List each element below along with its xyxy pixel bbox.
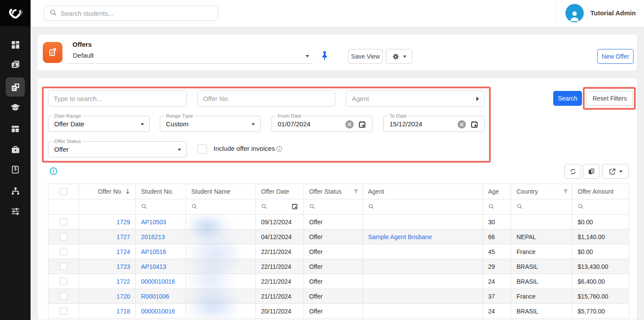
- agent-link[interactable]: Sample Agent Brisbane: [368, 233, 432, 240]
- range-type-select[interactable]: Range Type Custom: [160, 116, 261, 132]
- sidebar-item-settings[interactable]: [6, 202, 25, 221]
- offer-no-link[interactable]: 1729: [117, 219, 130, 226]
- col-student-name[interactable]: Student Name: [186, 184, 256, 199]
- to-date-field[interactable]: To Date 15/12/2024: [383, 116, 485, 132]
- filter-cell-student-name[interactable]: [186, 199, 256, 215]
- row-checkbox[interactable]: [60, 292, 67, 300]
- search-icon: [49, 9, 57, 18]
- refresh-icon: [569, 168, 577, 175]
- search-icon[interactable]: [368, 204, 374, 211]
- filter-cell-offer-no[interactable]: [79, 199, 136, 215]
- search-button[interactable]: Search: [553, 91, 582, 106]
- avatar[interactable]: [565, 4, 584, 22]
- col-label: Country: [517, 188, 538, 195]
- row-checkbox[interactable]: [60, 278, 67, 285]
- filter-funnel-icon[interactable]: [353, 188, 359, 195]
- search-icon[interactable]: [488, 204, 494, 211]
- search-icon[interactable]: [261, 203, 267, 211]
- offer-no-link[interactable]: 1727: [117, 233, 130, 240]
- quick-search-input[interactable]: [48, 90, 187, 107]
- offer-no-input[interactable]: [197, 90, 335, 107]
- student-no-link[interactable]: R0001006: [141, 293, 169, 300]
- row-checkbox[interactable]: [60, 248, 67, 255]
- refresh-button[interactable]: [565, 164, 581, 179]
- filter-cell-offer-status[interactable]: [304, 199, 363, 215]
- info-tooltip-icon[interactable]: [276, 146, 282, 154]
- row-checkbox[interactable]: [60, 233, 67, 240]
- view-settings-button[interactable]: [386, 49, 412, 64]
- col-student-no[interactable]: Student No.: [136, 184, 186, 199]
- col-offer-status[interactable]: Offer Status: [304, 184, 363, 199]
- offers-module-icon: [43, 42, 62, 63]
- sidebar-item-students[interactable]: [6, 55, 25, 74]
- column-chooser-button[interactable]: [583, 164, 599, 179]
- offer-no-link[interactable]: 1722: [117, 278, 130, 285]
- offer-no-link[interactable]: 1720: [117, 293, 130, 300]
- reset-filters-button[interactable]: Reset Filters: [586, 91, 633, 106]
- table-row: 1720 R0001006 21/11/2024 Offer 37 France…: [48, 289, 629, 304]
- sidebar: $: [0, 0, 31, 320]
- filter-cell-country[interactable]: [511, 199, 572, 215]
- filter-cell-student-no[interactable]: [136, 199, 186, 215]
- student-no-link[interactable]: AP10413: [141, 263, 166, 270]
- user-name[interactable]: Tutorial Admin: [590, 9, 636, 17]
- search-icon[interactable]: [191, 204, 197, 211]
- offer-no-link[interactable]: 1723: [117, 263, 130, 270]
- search-students-input[interactable]: [61, 10, 213, 17]
- sidebar-item-classes[interactable]: [6, 119, 25, 139]
- col-country[interactable]: Country: [511, 184, 572, 199]
- student-no-link[interactable]: 0000010016: [141, 278, 175, 285]
- save-view-button[interactable]: Save View: [348, 49, 383, 64]
- sidebar-item-invoices[interactable]: $: [6, 160, 25, 179]
- agent-dropdown[interactable]: Agent: [346, 90, 485, 107]
- offer-status-cell: Offer: [304, 244, 363, 259]
- offer-amount-cell: $0.00: [572, 244, 629, 259]
- date-range-select[interactable]: Date Range Offer Date: [48, 116, 150, 132]
- offer-status-select[interactable]: Offer Status Offer: [48, 141, 187, 157]
- offer-no-link[interactable]: 1724: [117, 248, 130, 255]
- filter-cell-age[interactable]: [483, 199, 511, 215]
- new-offer-button[interactable]: New Offer: [597, 49, 634, 64]
- app-logo[interactable]: [0, 0, 31, 26]
- search-icon[interactable]: [517, 204, 523, 211]
- pin-view-button[interactable]: [319, 50, 330, 62]
- col-offer-amount[interactable]: Offer Amount: [572, 184, 629, 199]
- select-all-checkbox[interactable]: [60, 188, 67, 195]
- col-offer-no[interactable]: Offer No.: [79, 184, 136, 199]
- calendar-icon[interactable]: [470, 120, 479, 129]
- sidebar-item-services[interactable]: [6, 140, 25, 159]
- sidebar-item-agents[interactable]: [6, 181, 25, 201]
- copy-columns-icon: [588, 168, 595, 175]
- search-icon[interactable]: [309, 204, 315, 211]
- view-selector[interactable]: Default: [65, 49, 313, 64]
- calendar-icon[interactable]: [291, 203, 298, 211]
- col-offer-date[interactable]: Offer Date: [256, 184, 304, 199]
- sidebar-item-offers[interactable]: [6, 77, 25, 97]
- filter-funnel-icon[interactable]: [563, 188, 568, 195]
- sidebar-item-courses[interactable]: [6, 97, 25, 117]
- sidebar-item-dashboard[interactable]: [6, 35, 25, 54]
- offers-grid: Offer No. Student No. Student Name Offer…: [48, 184, 629, 319]
- row-checkbox[interactable]: [60, 263, 67, 270]
- student-no-link[interactable]: 0000010016: [141, 308, 175, 315]
- col-age[interactable]: Age: [483, 184, 511, 199]
- student-no-link[interactable]: AP10503: [141, 219, 166, 226]
- filter-cell-offer-amount[interactable]: [572, 199, 629, 215]
- col-agent[interactable]: Agent: [363, 184, 483, 199]
- offer-no-link[interactable]: 1718: [117, 308, 130, 315]
- student-no-link[interactable]: 2018213: [141, 233, 165, 240]
- calendar-icon[interactable]: [358, 120, 367, 129]
- search-icon[interactable]: [578, 204, 584, 211]
- alert-info-icon[interactable]: [49, 167, 58, 175]
- filter-cell-agent[interactable]: [363, 199, 483, 215]
- search-icon[interactable]: [141, 204, 147, 211]
- student-no-link[interactable]: AP10516: [141, 248, 166, 255]
- include-offer-invoices-checkbox[interactable]: [197, 144, 207, 154]
- clear-icon[interactable]: [345, 120, 354, 129]
- row-checkbox[interactable]: [60, 307, 67, 315]
- from-date-field[interactable]: From Date 01/07/2024: [272, 116, 372, 132]
- clear-icon[interactable]: [458, 120, 466, 129]
- filter-cell-offer-date[interactable]: [256, 199, 304, 215]
- row-checkbox[interactable]: [60, 218, 67, 226]
- export-button[interactable]: [602, 164, 629, 179]
